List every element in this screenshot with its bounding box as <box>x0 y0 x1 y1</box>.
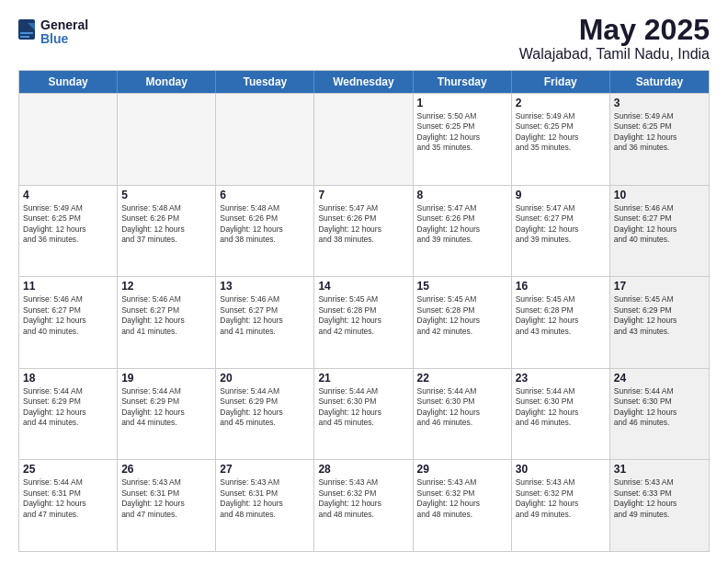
logo: General Blue <box>18 18 88 47</box>
day-number: 9 <box>516 189 606 201</box>
calendar-header-cell: Thursday <box>414 71 512 93</box>
day-number: 16 <box>516 280 606 293</box>
day-info: Sunrise: 5:43 AM Sunset: 6:31 PM Dayligh… <box>220 477 310 520</box>
day-number: 8 <box>417 189 507 201</box>
day-info: Sunrise: 5:44 AM Sunset: 6:30 PM Dayligh… <box>417 386 507 429</box>
calendar-cell: 29Sunrise: 5:43 AM Sunset: 6:32 PM Dayli… <box>414 460 512 551</box>
day-info: Sunrise: 5:47 AM Sunset: 6:26 PM Dayligh… <box>417 203 507 246</box>
day-number: 14 <box>318 280 408 293</box>
logo-text: General Blue <box>40 18 88 47</box>
calendar-cell: 15Sunrise: 5:45 AM Sunset: 6:28 PM Dayli… <box>414 277 512 368</box>
page-subtitle: Walajabad, Tamil Nadu, India <box>519 46 710 63</box>
calendar-cell: 2Sunrise: 5:49 AM Sunset: 6:25 PM Daylig… <box>512 94 610 185</box>
day-number: 31 <box>614 463 705 476</box>
calendar-header-cell: Sunday <box>19 71 118 93</box>
day-info: Sunrise: 5:44 AM Sunset: 6:30 PM Dayligh… <box>318 386 408 429</box>
day-info: Sunrise: 5:44 AM Sunset: 6:29 PM Dayligh… <box>220 386 310 429</box>
calendar-cell: 22Sunrise: 5:44 AM Sunset: 6:30 PM Dayli… <box>414 369 512 460</box>
page-title: May 2025 <box>519 15 710 44</box>
calendar-cell <box>216 94 314 185</box>
day-info: Sunrise: 5:46 AM Sunset: 6:27 PM Dayligh… <box>121 294 211 337</box>
calendar-cell: 26Sunrise: 5:43 AM Sunset: 6:31 PM Dayli… <box>118 460 216 551</box>
calendar-cell: 9Sunrise: 5:47 AM Sunset: 6:27 PM Daylig… <box>512 186 610 277</box>
day-number: 6 <box>220 189 310 201</box>
calendar-cell: 28Sunrise: 5:43 AM Sunset: 6:32 PM Dayli… <box>314 460 413 551</box>
day-number: 10 <box>614 189 705 201</box>
calendar-cell: 3Sunrise: 5:49 AM Sunset: 6:25 PM Daylig… <box>610 94 709 185</box>
day-number: 30 <box>516 463 606 476</box>
calendar-row: 18Sunrise: 5:44 AM Sunset: 6:29 PM Dayli… <box>19 368 709 460</box>
header: General Blue May 2025 Walajabad, Tamil N… <box>18 15 710 63</box>
day-info: Sunrise: 5:48 AM Sunset: 6:26 PM Dayligh… <box>121 203 211 246</box>
day-info: Sunrise: 5:46 AM Sunset: 6:27 PM Dayligh… <box>23 294 113 337</box>
day-number: 5 <box>121 189 211 201</box>
calendar-row: 4Sunrise: 5:49 AM Sunset: 6:25 PM Daylig… <box>19 185 709 277</box>
svg-rect-3 <box>20 36 29 38</box>
calendar-cell: 5Sunrise: 5:48 AM Sunset: 6:26 PM Daylig… <box>118 186 216 277</box>
calendar-cell: 25Sunrise: 5:44 AM Sunset: 6:31 PM Dayli… <box>19 460 118 551</box>
calendar-row: 25Sunrise: 5:44 AM Sunset: 6:31 PM Dayli… <box>19 459 709 551</box>
calendar-cell: 7Sunrise: 5:47 AM Sunset: 6:26 PM Daylig… <box>314 186 413 277</box>
day-info: Sunrise: 5:46 AM Sunset: 6:27 PM Dayligh… <box>614 203 705 246</box>
day-number: 13 <box>220 280 310 293</box>
day-info: Sunrise: 5:48 AM Sunset: 6:26 PM Dayligh… <box>220 203 310 246</box>
day-info: Sunrise: 5:49 AM Sunset: 6:25 PM Dayligh… <box>516 111 606 154</box>
calendar-cell: 10Sunrise: 5:46 AM Sunset: 6:27 PM Dayli… <box>610 186 709 277</box>
calendar-cell: 14Sunrise: 5:45 AM Sunset: 6:28 PM Dayli… <box>314 277 413 368</box>
calendar-cell: 24Sunrise: 5:44 AM Sunset: 6:30 PM Dayli… <box>610 369 709 460</box>
calendar-cell <box>19 94 118 185</box>
logo-icon <box>18 19 37 45</box>
day-info: Sunrise: 5:47 AM Sunset: 6:26 PM Dayligh… <box>318 203 408 246</box>
calendar-header-cell: Wednesday <box>314 71 413 93</box>
calendar-cell: 17Sunrise: 5:45 AM Sunset: 6:29 PM Dayli… <box>610 277 709 368</box>
day-number: 20 <box>220 372 310 385</box>
day-number: 26 <box>121 463 211 476</box>
day-number: 7 <box>318 189 408 201</box>
logo-general-label: General <box>40 18 88 32</box>
calendar-cell: 21Sunrise: 5:44 AM Sunset: 6:30 PM Dayli… <box>314 369 413 460</box>
day-info: Sunrise: 5:43 AM Sunset: 6:32 PM Dayligh… <box>318 477 408 520</box>
day-number: 4 <box>23 189 113 201</box>
calendar-cell: 20Sunrise: 5:44 AM Sunset: 6:29 PM Dayli… <box>216 369 314 460</box>
calendar-row: 11Sunrise: 5:46 AM Sunset: 6:27 PM Dayli… <box>19 276 709 368</box>
calendar-header-cell: Monday <box>118 71 216 93</box>
page: General Blue May 2025 Walajabad, Tamil N… <box>0 0 728 563</box>
day-number: 19 <box>121 372 211 385</box>
day-info: Sunrise: 5:49 AM Sunset: 6:25 PM Dayligh… <box>23 203 113 246</box>
calendar-cell: 12Sunrise: 5:46 AM Sunset: 6:27 PM Dayli… <box>118 277 216 368</box>
day-info: Sunrise: 5:45 AM Sunset: 6:29 PM Dayligh… <box>614 294 705 337</box>
calendar-row: 1Sunrise: 5:50 AM Sunset: 6:25 PM Daylig… <box>19 93 709 185</box>
day-info: Sunrise: 5:45 AM Sunset: 6:28 PM Dayligh… <box>417 294 507 337</box>
day-number: 3 <box>614 97 705 109</box>
day-info: Sunrise: 5:46 AM Sunset: 6:27 PM Dayligh… <box>220 294 310 337</box>
day-number: 15 <box>417 280 507 293</box>
day-number: 29 <box>417 463 507 476</box>
day-info: Sunrise: 5:45 AM Sunset: 6:28 PM Dayligh… <box>516 294 606 337</box>
day-number: 12 <box>121 280 211 293</box>
day-number: 11 <box>23 280 113 293</box>
calendar: SundayMondayTuesdayWednesdayThursdayFrid… <box>18 70 710 552</box>
day-number: 24 <box>614 372 705 385</box>
calendar-header-cell: Friday <box>512 71 610 93</box>
day-number: 25 <box>23 463 113 476</box>
calendar-cell: 11Sunrise: 5:46 AM Sunset: 6:27 PM Dayli… <box>19 277 118 368</box>
day-info: Sunrise: 5:44 AM Sunset: 6:29 PM Dayligh… <box>23 386 113 429</box>
calendar-cell: 8Sunrise: 5:47 AM Sunset: 6:26 PM Daylig… <box>414 186 512 277</box>
calendar-cell: 16Sunrise: 5:45 AM Sunset: 6:28 PM Dayli… <box>512 277 610 368</box>
title-block: May 2025 Walajabad, Tamil Nadu, India <box>519 15 710 63</box>
day-number: 17 <box>614 280 705 293</box>
calendar-header-cell: Saturday <box>610 71 709 93</box>
day-number: 2 <box>516 97 606 109</box>
day-info: Sunrise: 5:47 AM Sunset: 6:27 PM Dayligh… <box>516 203 606 246</box>
calendar-cell: 18Sunrise: 5:44 AM Sunset: 6:29 PM Dayli… <box>19 369 118 460</box>
day-info: Sunrise: 5:50 AM Sunset: 6:25 PM Dayligh… <box>417 111 507 154</box>
day-number: 27 <box>220 463 310 476</box>
day-number: 28 <box>318 463 408 476</box>
day-info: Sunrise: 5:44 AM Sunset: 6:29 PM Dayligh… <box>121 386 211 429</box>
svg-rect-2 <box>20 32 33 34</box>
calendar-cell: 6Sunrise: 5:48 AM Sunset: 6:26 PM Daylig… <box>216 186 314 277</box>
calendar-cell: 27Sunrise: 5:43 AM Sunset: 6:31 PM Dayli… <box>216 460 314 551</box>
day-info: Sunrise: 5:44 AM Sunset: 6:30 PM Dayligh… <box>516 386 606 429</box>
day-number: 21 <box>318 372 408 385</box>
day-info: Sunrise: 5:43 AM Sunset: 6:31 PM Dayligh… <box>121 477 211 520</box>
